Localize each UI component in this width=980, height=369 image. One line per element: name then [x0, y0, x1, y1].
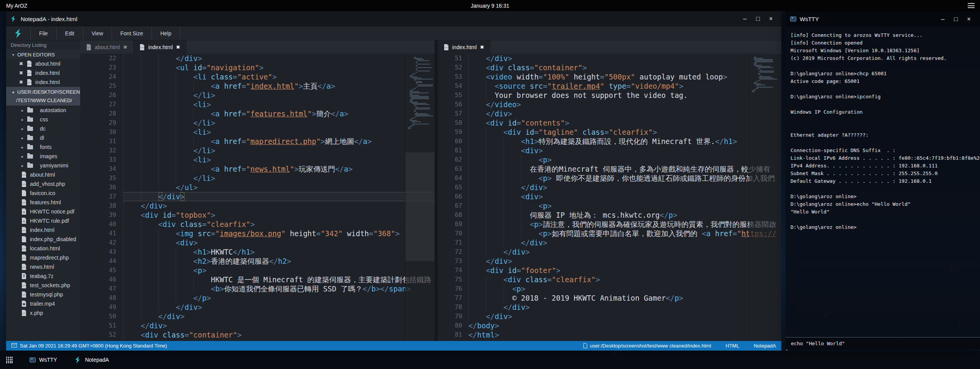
code-line-59[interactable]: 59 <div id="tagline" class="clearfix"> — [438, 127, 781, 137]
code-line-33[interactable]: 33 <li> — [80, 155, 435, 164]
code-line-48[interactable]: 48 </p> — [80, 293, 435, 303]
tree-file[interactable]: AHKWTC notice.pdf — [6, 207, 80, 216]
code-line-52[interactable]: 52 <div class="container"> — [438, 63, 781, 72]
tree-file[interactable]: </>about.html — [6, 170, 80, 179]
code-line-57[interactable]: 57 </div> — [438, 109, 781, 118]
code-line-51[interactable]: 51 </div> — [438, 54, 781, 63]
status-file-path[interactable]: user:/Desktop/screenshot/test/www cleane… — [590, 343, 711, 349]
tree-file[interactable]: trailer.mp4 — [6, 299, 80, 308]
code-line-70[interactable]: 70 <p>如有問題或需要申請白名單，歡迎加入我們的 <a href="http… — [438, 229, 781, 238]
hamburger-menu-icon[interactable] — [968, 3, 975, 8]
notepada-titlebar[interactable]: NotepadA - index.html – □ × — [6, 11, 781, 26]
workspace-folder-header[interactable]: ▾USER:/DESKTOP/SCREENSHOT/TEST/WWW CLEAN… — [6, 87, 80, 106]
code-line-37[interactable]: 37 </div> — [80, 192, 435, 201]
code-line-66[interactable]: 66 <div> — [438, 192, 781, 201]
tree-file[interactable]: </>index.html — [6, 225, 80, 235]
apps-grid-icon[interactable] — [6, 357, 13, 363]
code-line-53[interactable]: 53 <video width="100%" height="500px" au… — [80, 339, 435, 341]
code-line-25[interactable]: 25 <a href="index.html">主頁</a> — [80, 81, 435, 91]
code-line-63[interactable]: 63 在香港的Minecraft 伺服器中，多為小遊戲和純生存的伺服器，較少擁有 — [438, 164, 781, 174]
tree-folder-dl[interactable]: ▸dl — [6, 133, 80, 142]
code-line-29[interactable]: 29 </li> — [80, 118, 435, 127]
code-line-60[interactable]: 60 <h1>特別為建築及鐵路而設，現代化的 Minecraft 世界.</h1… — [438, 137, 781, 146]
code-line-32[interactable]: 32 </li> — [80, 146, 435, 155]
tree-file[interactable]: </>add_vhost.php — [6, 179, 80, 189]
code-line-22[interactable]: 22 </div> — [80, 54, 435, 63]
code-line-46[interactable]: 46 HKWTC 是一個 Minecraft 的建築伺服器，主要建築計劃包括鐵路 — [80, 275, 435, 284]
code-line-52[interactable]: 52 <div class="container"> — [80, 330, 435, 339]
code-line-53[interactable]: 53 <video width="100%" height="500px" au… — [438, 72, 781, 81]
code-line-69[interactable]: 69 <p>請注意，我們的伺服器為確保玩家及遊玩時的質素，我們對的服務器開啟 — [438, 220, 781, 229]
code-line-26[interactable]: 26 </li> — [80, 91, 435, 100]
code-line-81[interactable]: 81</html> — [438, 330, 781, 339]
code-line-42[interactable]: 42 <div> — [80, 238, 435, 247]
status-language[interactable]: HTML — [726, 343, 739, 349]
open-editor-item[interactable]: ✖</>index.html — [6, 78, 80, 87]
code-line-55[interactable]: 55 Your browser does not support the vid… — [438, 91, 781, 100]
code-line-23[interactable]: 23 <ul id="navigation"> — [80, 63, 435, 72]
terminal-input[interactable]: echo "Hello World" — [786, 337, 980, 349]
pane-divider[interactable] — [435, 40, 438, 341]
code-line-71[interactable]: 71 </div> — [438, 238, 781, 247]
close-icon[interactable]: ✖ — [480, 45, 484, 50]
open-editors-header[interactable]: ▾OPEN EDITORS — [6, 50, 80, 59]
terminal-output[interactable]: [info] Conencting to arozos WsTTY servic… — [786, 27, 980, 337]
tree-file[interactable]: </>features.html — [6, 198, 80, 207]
code-line-64[interactable]: 64 <p> 即使你不是建築師，你也能透過紅石師或鐵路工程師的身份加入我們 — [438, 174, 781, 183]
tree-file[interactable]: AHKWTC rule.pdf — [6, 216, 80, 225]
close-button[interactable]: × — [764, 15, 777, 22]
code-line-35[interactable]: 35 </li> — [80, 174, 435, 183]
code-line-38[interactable]: 38 </div> — [80, 201, 435, 210]
code-line-41[interactable]: 41 <img src="images/box.png" height="342… — [80, 229, 435, 238]
code-line-78[interactable]: 78 </div> — [438, 303, 781, 312]
tree-file[interactable]: </>x.php — [6, 308, 80, 318]
tree-file[interactable]: </>mapredirect.php — [6, 253, 80, 262]
tree-folder-css[interactable]: ▸css — [6, 115, 80, 124]
minimap-left[interactable] — [405, 55, 435, 341]
code-line-30[interactable]: 30 <li> — [80, 127, 435, 137]
code-line-73[interactable]: 73 </div> — [438, 256, 781, 266]
tree-folder-fonts[interactable]: ▸fonts — [6, 142, 80, 152]
code-line-58[interactable]: 58 <div id="contents"> — [438, 118, 781, 127]
code-line-24[interactable]: 24 <li class="active"> — [80, 72, 435, 81]
tree-file[interactable]: </>location.html — [6, 244, 80, 253]
code-line-51[interactable]: 51 </div> — [80, 321, 435, 330]
menu-item-view[interactable]: View — [83, 26, 112, 40]
tree-file[interactable]: index.php_disabled — [6, 235, 80, 244]
code-line-54[interactable]: 54 <source src="trailer.mp4" type="video… — [438, 81, 781, 91]
menu-item-edit[interactable]: Edit — [57, 26, 83, 40]
code-line-67[interactable]: 67 <p> — [438, 201, 781, 210]
code-line-28[interactable]: 28 <a href="features.html">簡介</a> — [80, 109, 435, 118]
code-line-43[interactable]: 43 <h1>HKWTC</h1> — [80, 247, 435, 256]
maximize-button[interactable]: □ — [949, 16, 962, 23]
maximize-button[interactable]: □ — [751, 15, 764, 22]
tree-folder-dc[interactable]: ▸dc — [6, 124, 80, 133]
editor-tab-about.html[interactable]: </>about.html✖ — [80, 40, 133, 54]
editor-tab-index.html[interactable]: </>index.html✖ — [133, 40, 186, 54]
menu-item-font-size[interactable]: Font Size — [112, 26, 152, 40]
code-line-40[interactable]: 40 <div class="clearfix"> — [80, 220, 435, 229]
close-icon[interactable]: ✖ — [123, 45, 127, 50]
code-line-45[interactable]: 45 <p> — [80, 266, 435, 275]
tree-file[interactable]: </>testmysql.php — [6, 290, 80, 299]
minimize-button[interactable]: – — [936, 16, 949, 23]
code-line-44[interactable]: 44 <h2>香港的建築伺服器</h2> — [80, 256, 435, 266]
code-line-76[interactable]: 76 <p> — [438, 284, 781, 293]
code-line-75[interactable]: 75 <div class="clearfix"> — [438, 275, 781, 284]
tree-file[interactable]: </>news.html — [6, 262, 80, 271]
code-line-61[interactable]: 61 <div> — [438, 146, 781, 155]
minimap-right[interactable] — [749, 55, 781, 341]
editor-tab-index.html[interactable]: </>index.html✖ — [438, 40, 491, 54]
tree-folder-autostation[interactable]: ▸autostation — [6, 106, 80, 115]
menu-item-file[interactable]: File — [31, 26, 57, 40]
taskbar-item-notepada[interactable]: NotepadA — [74, 356, 109, 364]
code-line-77[interactable]: 77 © 2018 - 2019 HKWTC Animation Gamer</… — [438, 293, 781, 303]
code-line-50[interactable]: 50 </div> — [80, 312, 435, 321]
code-editor-left[interactable]: 22 </div>23 <ul id="navigation">24 <li c… — [80, 54, 435, 341]
tree-file[interactable]: teabag.7z — [6, 271, 80, 281]
code-line-31[interactable]: 31 <a href="mapredirect.php">網上地圖</a> — [80, 137, 435, 146]
code-line-65[interactable]: 65 </div> — [438, 183, 781, 192]
code-line-36[interactable]: 36 </ul> — [80, 183, 435, 192]
menu-item-help[interactable]: Help — [152, 26, 180, 40]
close-icon[interactable]: ✖ — [19, 70, 23, 76]
